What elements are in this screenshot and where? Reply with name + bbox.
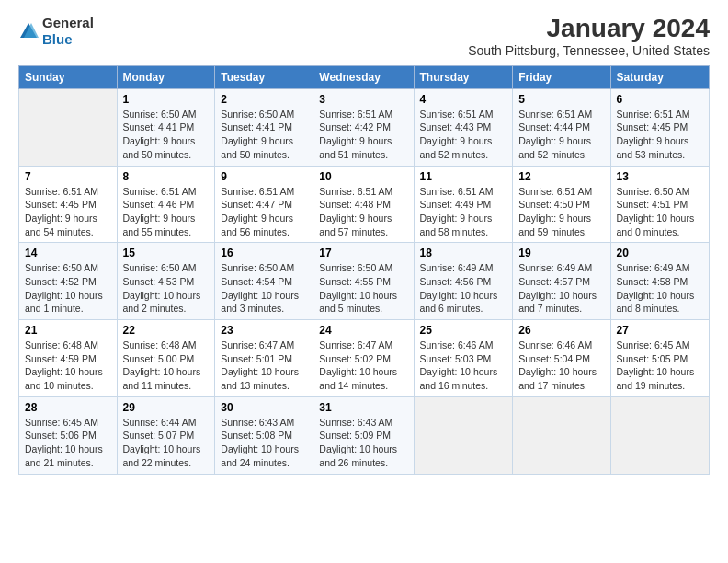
calendar-cell: 30 Sunrise: 6:43 AM Sunset: 5:08 PM Dayl… bbox=[215, 396, 313, 474]
table-row: 7 Sunrise: 6:51 AM Sunset: 4:45 PM Dayli… bbox=[19, 166, 710, 243]
calendar-cell: 13 Sunrise: 6:50 AM Sunset: 4:51 PM Dayl… bbox=[610, 166, 709, 243]
daylight-text: Daylight: 9 hours and 58 minutes. bbox=[420, 212, 507, 238]
calendar-cell: 16 Sunrise: 6:50 AM Sunset: 4:54 PM Dayl… bbox=[215, 243, 313, 320]
day-info: Sunrise: 6:51 AM Sunset: 4:46 PM Dayligh… bbox=[123, 185, 210, 239]
sunset-text: Sunset: 4:44 PM bbox=[518, 121, 604, 134]
sunset-text: Sunset: 4:48 PM bbox=[319, 198, 407, 212]
day-info: Sunrise: 6:50 AM Sunset: 4:41 PM Dayligh… bbox=[221, 108, 307, 162]
sunrise-text: Sunrise: 6:50 AM bbox=[221, 261, 307, 275]
sunset-text: Sunset: 4:52 PM bbox=[25, 275, 111, 289]
day-info: Sunrise: 6:50 AM Sunset: 4:54 PM Dayligh… bbox=[221, 261, 307, 316]
day-number: 4 bbox=[420, 93, 507, 106]
page-subtitle: South Pittsburg, Tennessee, United State… bbox=[468, 43, 710, 58]
daylight-text: Daylight: 10 hours and 11 minutes. bbox=[123, 365, 210, 392]
day-number: 6 bbox=[617, 93, 703, 106]
sunset-text: Sunset: 5:02 PM bbox=[319, 352, 407, 366]
day-number: 9 bbox=[221, 170, 307, 183]
sunrise-text: Sunrise: 6:51 AM bbox=[518, 108, 604, 121]
sunrise-text: Sunrise: 6:45 AM bbox=[617, 339, 703, 352]
daylight-text: Daylight: 9 hours and 56 minutes. bbox=[221, 212, 307, 238]
header-tuesday: Tuesday bbox=[215, 65, 313, 88]
sunset-text: Sunset: 4:55 PM bbox=[319, 275, 407, 289]
table-row: 28 Sunrise: 6:45 AM Sunset: 5:06 PM Dayl… bbox=[19, 396, 710, 474]
day-info: Sunrise: 6:48 AM Sunset: 4:59 PM Dayligh… bbox=[25, 339, 111, 393]
sunrise-text: Sunrise: 6:49 AM bbox=[518, 261, 604, 275]
calendar-cell: 18 Sunrise: 6:49 AM Sunset: 4:56 PM Dayl… bbox=[414, 243, 513, 320]
logo-text: General Blue bbox=[42, 15, 94, 48]
sunset-text: Sunset: 4:59 PM bbox=[25, 352, 111, 366]
sunrise-text: Sunrise: 6:46 AM bbox=[420, 339, 507, 352]
sunrise-text: Sunrise: 6:51 AM bbox=[617, 108, 703, 121]
day-number: 8 bbox=[123, 170, 210, 183]
calendar-cell: 21 Sunrise: 6:48 AM Sunset: 4:59 PM Dayl… bbox=[19, 320, 118, 397]
day-info: Sunrise: 6:46 AM Sunset: 5:04 PM Dayligh… bbox=[518, 339, 604, 393]
sunrise-text: Sunrise: 6:51 AM bbox=[420, 108, 507, 121]
daylight-text: Daylight: 10 hours and 19 minutes. bbox=[617, 365, 703, 392]
sunrise-text: Sunrise: 6:50 AM bbox=[25, 261, 111, 275]
day-info: Sunrise: 6:47 AM Sunset: 5:02 PM Dayligh… bbox=[319, 339, 407, 393]
day-info: Sunrise: 6:46 AM Sunset: 5:03 PM Dayligh… bbox=[420, 339, 507, 393]
day-number: 19 bbox=[518, 247, 604, 259]
sunrise-text: Sunrise: 6:51 AM bbox=[319, 108, 407, 121]
calendar-cell: 11 Sunrise: 6:51 AM Sunset: 4:49 PM Dayl… bbox=[414, 166, 513, 243]
daylight-text: Daylight: 10 hours and 10 minutes. bbox=[25, 365, 111, 392]
sunset-text: Sunset: 4:58 PM bbox=[617, 275, 703, 289]
calendar-table: Sunday Monday Tuesday Wednesday Thursday… bbox=[18, 65, 710, 475]
day-number: 12 bbox=[518, 170, 604, 183]
day-number: 15 bbox=[123, 247, 210, 259]
calendar-cell: 17 Sunrise: 6:50 AM Sunset: 4:55 PM Dayl… bbox=[313, 243, 414, 320]
daylight-text: Daylight: 9 hours and 52 minutes. bbox=[420, 134, 507, 161]
sunrise-text: Sunrise: 6:50 AM bbox=[617, 185, 703, 199]
day-number: 10 bbox=[319, 170, 407, 183]
day-info: Sunrise: 6:50 AM Sunset: 4:55 PM Dayligh… bbox=[319, 261, 407, 316]
header-thursday: Thursday bbox=[414, 65, 513, 88]
sunset-text: Sunset: 5:01 PM bbox=[221, 352, 307, 366]
day-number: 30 bbox=[221, 401, 307, 414]
calendar-cell: 27 Sunrise: 6:45 AM Sunset: 5:05 PM Dayl… bbox=[610, 320, 709, 397]
day-info: Sunrise: 6:51 AM Sunset: 4:47 PM Dayligh… bbox=[221, 185, 307, 239]
logo-general: General bbox=[42, 15, 94, 30]
sunrise-text: Sunrise: 6:51 AM bbox=[221, 185, 307, 199]
day-number: 24 bbox=[319, 324, 407, 337]
calendar-cell: 28 Sunrise: 6:45 AM Sunset: 5:06 PM Dayl… bbox=[19, 396, 118, 474]
calendar-cell: 22 Sunrise: 6:48 AM Sunset: 5:00 PM Dayl… bbox=[117, 320, 215, 397]
sunset-text: Sunset: 4:46 PM bbox=[123, 198, 210, 212]
daylight-text: Daylight: 10 hours and 2 minutes. bbox=[123, 289, 210, 316]
daylight-text: Daylight: 10 hours and 16 minutes. bbox=[420, 365, 507, 392]
header-row: General Blue January 2024 South Pittsbur… bbox=[18, 15, 710, 58]
day-number: 27 bbox=[617, 324, 703, 337]
day-number: 29 bbox=[123, 401, 210, 414]
sunset-text: Sunset: 5:08 PM bbox=[221, 429, 307, 442]
daylight-text: Daylight: 9 hours and 51 minutes. bbox=[319, 134, 407, 161]
daylight-text: Daylight: 10 hours and 3 minutes. bbox=[221, 289, 307, 316]
daylight-text: Daylight: 9 hours and 50 minutes. bbox=[123, 134, 210, 161]
sunrise-text: Sunrise: 6:50 AM bbox=[221, 108, 307, 121]
day-info: Sunrise: 6:48 AM Sunset: 5:00 PM Dayligh… bbox=[123, 339, 210, 393]
daylight-text: Daylight: 10 hours and 17 minutes. bbox=[518, 365, 604, 392]
calendar-cell: 12 Sunrise: 6:51 AM Sunset: 4:50 PM Dayl… bbox=[513, 166, 610, 243]
calendar-cell: 20 Sunrise: 6:49 AM Sunset: 4:58 PM Dayl… bbox=[610, 243, 709, 320]
table-row: 1 Sunrise: 6:50 AM Sunset: 4:41 PM Dayli… bbox=[19, 88, 710, 166]
sunset-text: Sunset: 4:41 PM bbox=[123, 121, 210, 134]
sunrise-text: Sunrise: 6:51 AM bbox=[25, 185, 111, 199]
daylight-text: Daylight: 10 hours and 22 minutes. bbox=[123, 442, 210, 469]
daylight-text: Daylight: 9 hours and 54 minutes. bbox=[25, 212, 111, 238]
table-row: 14 Sunrise: 6:50 AM Sunset: 4:52 PM Dayl… bbox=[19, 243, 710, 320]
calendar-cell: 7 Sunrise: 6:51 AM Sunset: 4:45 PM Dayli… bbox=[19, 166, 118, 243]
logo-icon bbox=[18, 21, 39, 41]
day-info: Sunrise: 6:45 AM Sunset: 5:06 PM Dayligh… bbox=[25, 416, 111, 470]
sunset-text: Sunset: 4:41 PM bbox=[221, 121, 307, 134]
daylight-text: Daylight: 10 hours and 14 minutes. bbox=[319, 365, 407, 392]
day-number: 2 bbox=[221, 93, 307, 106]
daylight-text: Daylight: 9 hours and 57 minutes. bbox=[319, 212, 407, 238]
day-info: Sunrise: 6:51 AM Sunset: 4:48 PM Dayligh… bbox=[319, 185, 407, 239]
sunset-text: Sunset: 4:54 PM bbox=[221, 275, 307, 289]
header-monday: Monday bbox=[117, 65, 215, 88]
day-number: 17 bbox=[319, 247, 407, 259]
sunrise-text: Sunrise: 6:51 AM bbox=[420, 185, 507, 199]
daylight-text: Daylight: 10 hours and 21 minutes. bbox=[25, 442, 111, 469]
sunrise-text: Sunrise: 6:43 AM bbox=[221, 416, 307, 430]
calendar-cell: 2 Sunrise: 6:50 AM Sunset: 4:41 PM Dayli… bbox=[215, 88, 313, 166]
day-number: 20 bbox=[617, 247, 703, 259]
calendar-cell: 31 Sunrise: 6:43 AM Sunset: 5:09 PM Dayl… bbox=[313, 396, 414, 474]
